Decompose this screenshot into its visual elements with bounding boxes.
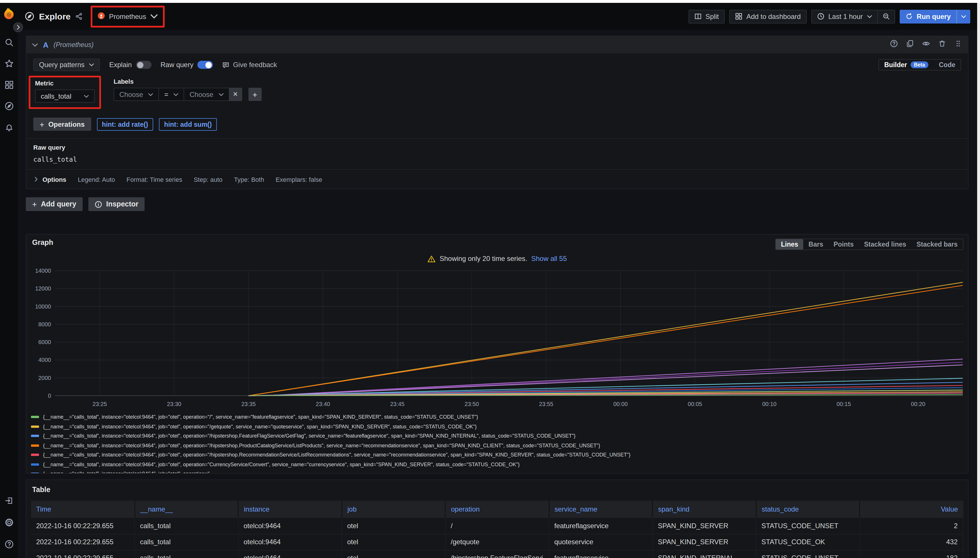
remove-label-filter-button[interactable]: ✕ (229, 88, 242, 101)
grafana-logo[interactable] (2, 7, 15, 22)
split-button[interactable]: Split (688, 10, 725, 23)
bell-icon[interactable] (4, 123, 13, 132)
legend-series-label: {__name__="calls_total", instance="otelc… (43, 452, 631, 458)
column-header-time[interactable]: Time (31, 501, 135, 518)
inspector-button[interactable]: Inspector (88, 197, 145, 211)
show-all-series-link[interactable]: Show all 55 (531, 254, 567, 263)
raw-query-label: Raw query (160, 61, 193, 69)
page-scrollbar[interactable] (977, 3, 980, 558)
sidebar-expand-button[interactable] (13, 22, 23, 32)
series-limit-warning: Showing only 20 time series. Show all 55 (31, 251, 964, 266)
run-query-caret[interactable] (957, 10, 970, 23)
svg-text:23:30: 23:30 (167, 401, 181, 407)
label-operator-select[interactable]: = (159, 88, 184, 101)
legend-row[interactable]: {__name__="calls_total", instance="otelc… (31, 450, 964, 460)
legend-series-label: {__name__="calls_total", instance="otelc… (43, 433, 576, 439)
legend-row[interactable]: {__name__="calls_total", instance="otelc… (31, 441, 964, 450)
search-icon[interactable] (4, 38, 13, 47)
graph-mode-stacked-lines[interactable]: Stacked lines (859, 239, 911, 249)
time-range-button[interactable]: Last 1 hour (812, 10, 877, 23)
column-header-name[interactable]: __name__ (135, 501, 238, 518)
legend-row[interactable]: {__name__="calls_total", instance="otelc… (31, 412, 964, 422)
column-header-operation[interactable]: operation (445, 501, 549, 518)
column-header-span-kind[interactable]: span_kind (653, 501, 756, 518)
legend-row[interactable]: {__name__="calls_total", instance="otelc… (31, 460, 964, 469)
raw-query-toggle[interactable] (197, 61, 213, 69)
options-toggle[interactable]: Options (35, 176, 66, 183)
column-header-instance[interactable]: instance (238, 501, 342, 518)
column-header-status-code[interactable]: status_code (756, 501, 860, 518)
svg-text:0: 0 (48, 392, 51, 399)
run-query-button[interactable]: Run query (899, 12, 957, 20)
code-mode-tab[interactable]: Code (934, 60, 961, 70)
zoom-out-button[interactable] (877, 10, 894, 23)
graph-mode-lines[interactable]: Lines (776, 239, 803, 249)
legend-row[interactable]: {__name__="calls_total", instance="otelc… (31, 422, 964, 431)
give-feedback-link[interactable]: Give feedback (222, 61, 277, 69)
table-cell: /hipstershop.FeatureFlagServi… (445, 550, 549, 558)
svg-text:6000: 6000 (38, 339, 51, 345)
graph-mode-stacked-bars[interactable]: Stacked bars (911, 239, 963, 249)
gear-icon[interactable] (4, 518, 13, 527)
graph-panel-header: Graph LinesBarsPointsStacked linesStacke… (31, 239, 964, 251)
operations-row: + Operations hint: add rate() hint: add … (33, 118, 961, 131)
trash-icon[interactable] (938, 39, 946, 50)
share-icon[interactable] (75, 13, 82, 20)
svg-text:23:35: 23:35 (241, 401, 256, 407)
table-cell: STATUS_CODE_UNSET (756, 550, 860, 558)
time-picker: Last 1 hour (811, 10, 895, 23)
copy-icon[interactable] (906, 39, 914, 50)
apps-icon[interactable] (4, 80, 13, 89)
compass-icon[interactable] (4, 102, 13, 111)
add-operation-button[interactable]: + Operations (33, 118, 91, 131)
table-panel-title: Table (31, 484, 964, 501)
raw-query-expression: calls_total (33, 156, 961, 163)
datasource-picker[interactable]: Prometheus (95, 10, 160, 23)
legend-row[interactable]: {__name__="calls_total", instance="otelc… (31, 469, 964, 473)
add-query-button[interactable]: + Add query (26, 197, 82, 211)
graph-mode-points[interactable]: Points (828, 239, 858, 249)
query-row-header[interactable]: A (Prometheus) (26, 36, 968, 53)
label-value-select[interactable]: Choose (184, 88, 229, 101)
drag-icon[interactable] (954, 39, 962, 50)
chevron-down-icon (174, 93, 179, 96)
help-icon[interactable] (4, 540, 13, 549)
label-key-select[interactable]: Choose (113, 88, 159, 101)
legend-series-label: {__name__="calls_total", instance="otelc… (43, 471, 209, 473)
chevron-down-icon (148, 93, 153, 96)
eye-icon[interactable] (922, 39, 930, 50)
table-cell: calls_total (135, 518, 238, 534)
add-label-filter-button[interactable]: + (248, 88, 261, 101)
star-icon[interactable] (4, 59, 13, 68)
table-cell: 182 (860, 550, 963, 558)
svg-text:14000: 14000 (35, 268, 51, 274)
column-header-value[interactable]: Value (860, 501, 963, 518)
question-circle-icon[interactable] (890, 39, 898, 50)
graph-mode-bars[interactable]: Bars (803, 239, 828, 249)
svg-text:00:20: 00:20 (911, 401, 925, 407)
time-series-chart[interactable]: 0200040006000800010000120001400023:2523:… (31, 266, 967, 410)
query-patterns-button[interactable]: Query patterns (33, 59, 100, 71)
chevron-right-icon (35, 177, 38, 182)
legend-row[interactable]: {__name__="calls_total", instance="otelc… (31, 431, 964, 441)
sign-in-icon[interactable] (4, 496, 13, 505)
metric-select[interactable]: calls_total (35, 89, 95, 103)
graph-panel-title: Graph (31, 239, 53, 246)
chart-legend: {__name__="calls_total", instance="otelc… (31, 412, 964, 473)
hint-add-rate-button[interactable]: hint: add rate() (97, 118, 153, 130)
graph-mode-switcher: LinesBarsPointsStacked linesStacked bars (775, 239, 964, 250)
options-summary: Legend: AutoFormat: Time seriesStep: aut… (78, 176, 322, 183)
table-cell: otelcol:9464 (238, 518, 342, 534)
legend-series-marker (31, 435, 39, 437)
explain-label: Explain (109, 61, 132, 69)
add-to-dashboard-button[interactable]: Add to dashboard (729, 10, 807, 23)
column-header-job[interactable]: job (342, 501, 445, 518)
hint-add-sum-button[interactable]: hint: add sum() (159, 118, 217, 130)
add-dashboard-icon (735, 13, 742, 20)
table-cell: 432 (860, 534, 963, 550)
column-header-service-name[interactable]: service_name (549, 501, 653, 518)
metric-label: Metric (35, 80, 95, 87)
builder-mode-tab[interactable]: Builder Beta (879, 60, 934, 70)
explain-toggle[interactable] (136, 61, 151, 69)
svg-text:8000: 8000 (38, 321, 51, 327)
